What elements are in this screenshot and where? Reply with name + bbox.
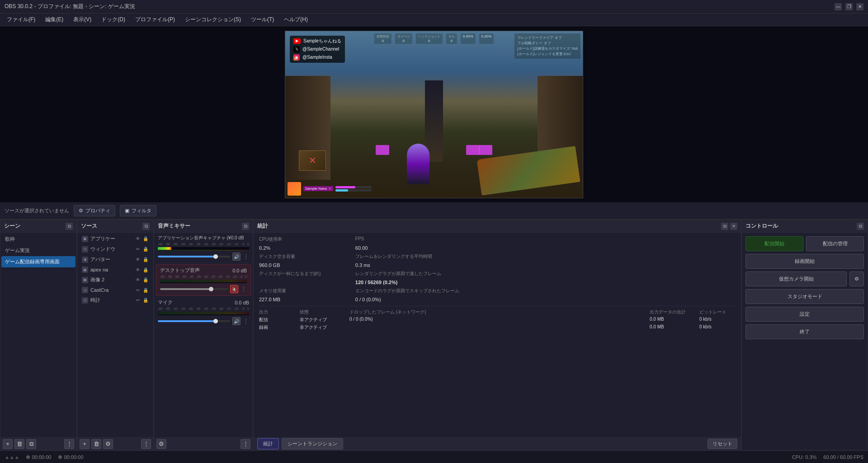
menu-scene-collection[interactable]: シーンコレクション(S) xyxy=(180,14,245,25)
source-panel-controls: ⧉ xyxy=(142,223,150,230)
titlebar: OBS 30.0.2 - プロファイル: 無題 - シーン: ゲーム実況 — ❐… xyxy=(0,0,868,14)
scene-add-button[interactable]: + xyxy=(3,439,13,449)
preview-area: 射撃精度 0 ダメージ 0 ヘッドショット 0 キル 0 0.00% 0.20% xyxy=(0,26,868,202)
source-item-apex[interactable]: ▣ apex na 👁 🔒 xyxy=(78,265,152,275)
start-virtual-camera-button[interactable]: 仮想カメラ開始 xyxy=(745,271,847,286)
source-panel-footer: + 🗑 ⚙ ⋮ xyxy=(77,437,153,450)
stat-empty2 xyxy=(547,236,639,243)
source-apex-lock-btn[interactable]: 🔒 xyxy=(142,267,149,273)
source-item-castcra[interactable]: ◎ CastCra ✏ 🔒 xyxy=(78,285,152,295)
source-avatar-lock-btn[interactable]: 🔒 xyxy=(142,257,149,263)
app-title: OBS 30.0.2 - プロファイル: 無題 - シーン: ゲーム実況 xyxy=(5,3,135,10)
signal-strength: ▲▲▲ xyxy=(5,454,19,460)
audio-mixer-panel: 音声ミキサー ⧉ アプリケーション音声キャプチャ (¥0.0 dB -60-55… xyxy=(154,220,253,450)
audio-ch-desktop-mute-btn[interactable]: 🔇 xyxy=(230,285,238,293)
audio-ch-app-slider[interactable] xyxy=(158,256,230,257)
minimize-button[interactable]: — xyxy=(835,3,842,10)
audio-channel-app: アプリケーション音声キャプチャ (¥0.0 dB -60-55-50-45-40… xyxy=(154,233,253,263)
exit-button[interactable]: 終了 xyxy=(745,324,864,339)
menu-edit[interactable]: 編集(E) xyxy=(41,14,68,25)
source-image2-lock-btn[interactable]: 🔒 xyxy=(142,277,149,283)
audio-ch-mic-slider[interactable] xyxy=(158,320,230,322)
menu-tools[interactable]: ツール(T) xyxy=(246,14,278,25)
source-add-button[interactable]: + xyxy=(80,439,90,449)
audio-ch-mic-mute-btn[interactable]: 🔊 xyxy=(232,317,241,325)
source-visibility-btn[interactable]: 👁 xyxy=(135,236,141,242)
source-window-visibility-btn[interactable]: ✏ xyxy=(135,246,141,253)
scene-item-game[interactable]: ゲーム実況 xyxy=(1,245,75,256)
menu-help[interactable]: ヘルプ(H) xyxy=(279,14,312,25)
audio-ch-mic-controls: 🔊 ⋮ xyxy=(158,317,249,325)
ctrl-row-exit: 終了 xyxy=(745,324,864,339)
audio-meter-ticks-1: -60-55-50-45-40-35-30-25-20-15-10-50 xyxy=(158,243,249,246)
filters-button[interactable]: ▣ フィルタ xyxy=(120,205,156,216)
audio-panel-expand-btn[interactable]: ⧉ xyxy=(242,223,249,230)
audio-panel-footer: ⚙ ⋮ xyxy=(154,437,253,450)
scene-item-game-recording[interactable]: ゲーム配信録画専用画面 xyxy=(1,256,75,267)
menu-view[interactable]: 表示(V) xyxy=(69,14,96,25)
output-streaming-status: 非アクティブ xyxy=(300,317,345,323)
audio-ch-desktop-more-btn[interactable]: ⋮ xyxy=(241,285,247,293)
source-more-button[interactable]: ⋮ xyxy=(141,439,151,449)
stats-tab-stats[interactable]: 統計 xyxy=(257,438,279,449)
stat-mem-label: メモリ使用量 xyxy=(259,288,351,294)
source-image2-visibility-btn[interactable]: 👁 xyxy=(135,277,141,283)
source-item-clock[interactable]: ◎ 時計 ✏ 🔒 xyxy=(78,295,152,305)
output-recording-label: 録画 xyxy=(259,324,295,331)
audio-settings-button[interactable]: ⚙ xyxy=(156,439,166,449)
source-clock-lock-btn[interactable]: 🔒 xyxy=(142,297,149,304)
source-avatar-visibility-btn[interactable]: 👁 xyxy=(135,257,141,263)
source-remove-button[interactable]: 🗑 xyxy=(91,439,101,449)
source-lock-btn[interactable]: 🔒 xyxy=(142,236,149,242)
output-col-dropped: ドロップしたフレーム (ネットワーク) xyxy=(349,309,645,315)
close-button[interactable]: ✕ xyxy=(856,3,863,10)
source-clock-pen-btn[interactable]: ✏ xyxy=(135,297,141,304)
scene-panel-expand-btn[interactable]: ⧉ xyxy=(66,223,73,230)
stream-time: 00:00:00 xyxy=(26,454,52,460)
stats-panel-close-btn[interactable]: ✕ xyxy=(730,223,737,230)
scene-list: 歌枠 ゲーム実況 ゲーム配信録画専用画面 xyxy=(0,233,76,437)
start-recording-button[interactable]: 録画開始 xyxy=(745,254,864,269)
stats-tab-scene-transition[interactable]: シーントランジション xyxy=(282,438,343,449)
restore-button[interactable]: ❐ xyxy=(845,3,853,10)
source-item-avatar[interactable]: ◉ アバター 👁 🔒 xyxy=(78,254,152,265)
manage-streaming-button[interactable]: 配信の管理 xyxy=(806,236,864,251)
source-castcra-pen-btn[interactable]: ✏ xyxy=(135,287,141,293)
start-streaming-button[interactable]: 配信開始 xyxy=(745,236,803,251)
source-castcra-lock-btn[interactable]: 🔒 xyxy=(142,287,149,293)
menu-file[interactable]: ファイル(F) xyxy=(2,14,40,25)
audio-ch-mic-more-btn[interactable]: ⋮ xyxy=(243,317,249,325)
source-item-image2[interactable]: ▣ 画像 2 👁 🔒 xyxy=(78,275,152,285)
source-apex-visibility-btn[interactable]: 👁 xyxy=(135,267,141,273)
controls-panel-expand-btn[interactable]: ⧉ xyxy=(857,223,864,230)
stats-reset-button[interactable]: リセット xyxy=(708,439,737,449)
audio-more-button[interactable]: ⋮ xyxy=(241,439,250,449)
player-bars xyxy=(335,186,372,192)
properties-button[interactable]: ⚙ プロパティ xyxy=(74,205,115,216)
scene-item-utaiwaku[interactable]: 歌枠 xyxy=(1,234,75,245)
audio-ch-app-mute-btn[interactable]: 🔊 xyxy=(232,253,241,261)
audio-ch-desktop-slider[interactable] xyxy=(160,288,228,290)
scene-panel: シーン ⧉ 歌枠 ゲーム実況 ゲーム配信録画専用画面 + 🗑 ⧉ ⋮ xyxy=(0,220,77,450)
source-panel-title: ソース xyxy=(81,222,97,230)
scene-more-button[interactable]: ⋮ xyxy=(64,439,74,449)
stats-panel-float-btn[interactable]: ⧉ xyxy=(721,223,728,230)
source-settings-button[interactable]: ⚙ xyxy=(103,439,113,449)
player-name: Sample Nano ☆ xyxy=(303,186,333,191)
menu-profile[interactable]: プロファイル(P) xyxy=(131,14,179,25)
source-panel-expand-btn[interactable]: ⧉ xyxy=(142,223,150,230)
source-item-app[interactable]: ▣ アプリケー 👁 🔒 xyxy=(78,234,152,244)
virtual-camera-settings-button[interactable]: ⚙ xyxy=(849,271,864,286)
source-apex-label: apex na xyxy=(90,267,108,272)
stat-fps-label: FPS xyxy=(355,236,447,243)
settings-button[interactable]: 設定 xyxy=(745,307,864,322)
studio-mode-button[interactable]: スタジオモード xyxy=(745,289,864,304)
scene-filter-button[interactable]: ⧉ xyxy=(26,439,36,449)
stat-empty6 xyxy=(644,245,736,251)
output-col-output: 出力 xyxy=(259,309,295,315)
menu-dock[interactable]: ドック(D) xyxy=(97,14,130,25)
source-window-lock-btn[interactable]: 🔒 xyxy=(142,246,149,253)
scene-remove-button[interactable]: 🗑 xyxy=(14,439,24,449)
audio-ch-app-more-btn[interactable]: ⋮ xyxy=(243,253,249,261)
source-item-window[interactable]: ⊡ ウィンドウ ✏ 🔒 xyxy=(78,244,152,254)
